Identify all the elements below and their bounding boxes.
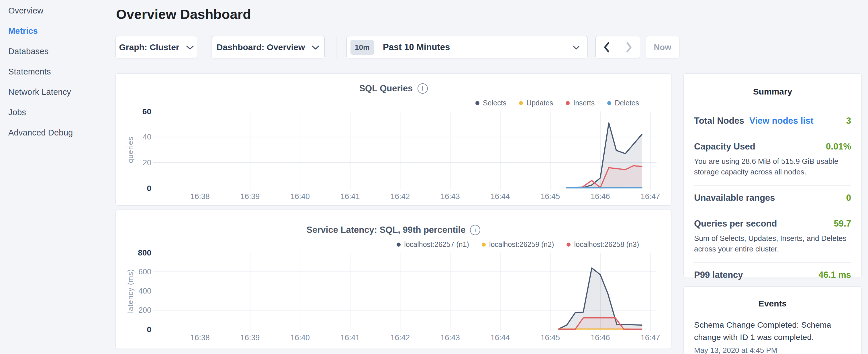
summary-row-value: 3	[846, 116, 851, 126]
legend-label: Selects	[483, 99, 506, 107]
summary-row-note: You are using 28.6 MiB of 515.9 GiB usab…	[694, 156, 851, 177]
sql-queries-chart: 16:3816:3916:4016:4116:4216:4316:4416:45…	[126, 107, 671, 203]
legend-dot-icon	[566, 243, 570, 247]
svg-text:400: 400	[138, 287, 151, 295]
svg-text:16:47: 16:47	[641, 333, 660, 342]
svg-text:16:38: 16:38	[190, 192, 210, 201]
svg-text:16:44: 16:44	[491, 333, 510, 342]
legend-dot-icon	[482, 243, 486, 247]
svg-text:16:46: 16:46	[591, 192, 610, 201]
svg-text:16:44: 16:44	[491, 192, 510, 201]
summary-title: Summary	[694, 87, 851, 97]
legend-label: localhost:26257 (n1)	[404, 240, 469, 249]
chevron-down-icon	[186, 45, 194, 50]
time-prev-button[interactable]	[596, 36, 618, 58]
svg-text:600: 600	[138, 267, 151, 276]
legend-label: Deletes	[615, 99, 639, 107]
svg-text:16:43: 16:43	[440, 333, 460, 342]
chevron-down-icon	[573, 46, 580, 50]
time-range-badge: 10m	[350, 40, 374, 55]
toolbar: Graph: Cluster Dashboard: Overview 10m P…	[116, 36, 679, 58]
summary-panel: Summary Total NodesView nodes list3Capac…	[683, 73, 862, 278]
svg-text:16:47: 16:47	[641, 192, 660, 201]
legend-item[interactable]: localhost:26258 (n3)	[566, 240, 639, 249]
sidebar-item-network-latency[interactable]: Network Latency	[0, 82, 116, 102]
chart-title: SQL Queries	[359, 83, 413, 94]
sidebar-item-metrics[interactable]: Metrics	[0, 21, 116, 41]
chevron-left-icon	[603, 42, 610, 53]
svg-text:800: 800	[138, 248, 151, 257]
summary-row: Capacity Used0.01%You are using 28.6 MiB…	[694, 134, 851, 186]
time-next-button[interactable]	[618, 36, 640, 58]
graph-selector-dropdown[interactable]: Graph: Cluster	[116, 36, 197, 58]
legend-item[interactable]: localhost:26257 (n1)	[397, 240, 469, 249]
summary-row: Queries per second59.7Sum of Selects, Up…	[694, 212, 851, 263]
summary-row-value: 0	[846, 193, 851, 203]
legend-dot-icon	[519, 101, 523, 105]
svg-text:16:40: 16:40	[290, 333, 310, 342]
chart-legend: SelectsUpdatesInsertsDeletes	[475, 99, 639, 107]
summary-row-note: Sum of Selects, Updates, Inserts, and De…	[694, 233, 851, 254]
svg-text:200: 200	[138, 306, 151, 315]
sidebar-item-overview[interactable]: Overview	[0, 1, 116, 21]
legend-item[interactable]: Selects	[475, 99, 506, 107]
svg-text:16:43: 16:43	[440, 192, 460, 201]
legend-item[interactable]: Inserts	[566, 99, 595, 107]
events-panel: Events Schema Change Completed: Schema c…	[683, 286, 862, 354]
sidebar: OverviewMetricsDatabasesStatementsNetwor…	[0, 0, 116, 354]
now-button[interactable]: Now	[646, 36, 679, 58]
dashboard-selector-label: Dashboard: Overview	[217, 42, 305, 52]
event-timestamp: May 13, 2020 at 4:45 PM	[694, 346, 851, 354]
sql-queries-chart-card: SQL Queries i SelectsUpdatesInsertsDelet…	[116, 73, 672, 206]
chart-title: Service Latency: SQL, 99th percentile	[307, 225, 466, 235]
page-title: Overview Dashboard	[116, 6, 251, 22]
summary-row: P99 latency46.1 ms	[694, 263, 851, 288]
summary-row-value: 46.1 ms	[818, 270, 851, 280]
sidebar-item-advanced-debug[interactable]: Advanced Debug	[0, 123, 116, 143]
svg-text:16:45: 16:45	[540, 333, 560, 342]
service-latency-chart-card: Service Latency: SQL, 99th percentile i …	[116, 210, 672, 349]
dashboard-selector-dropdown[interactable]: Dashboard: Overview	[211, 36, 325, 58]
graph-selector-label: Graph: Cluster	[119, 42, 179, 52]
time-range-picker[interactable]: 10m Past 10 Minutes	[346, 36, 588, 58]
sidebar-item-jobs[interactable]: Jobs	[0, 102, 116, 123]
main-content: Overview Dashboard Graph: Cluster Dashbo…	[116, 0, 672, 354]
summary-row: Unavailable ranges0	[694, 186, 851, 212]
legend-item[interactable]: localhost:26259 (n2)	[482, 240, 554, 249]
toolbar-divider	[336, 36, 336, 58]
info-icon[interactable]: i	[417, 83, 428, 94]
legend-label: Updates	[526, 99, 553, 107]
view-nodes-list-link[interactable]: View nodes list	[749, 116, 813, 126]
svg-text:latency (ms): latency (ms)	[126, 269, 135, 313]
info-icon[interactable]: i	[470, 225, 480, 235]
event-item: Schema Change Completed: Schema change w…	[694, 319, 851, 344]
legend-item[interactable]: Updates	[519, 99, 553, 107]
svg-text:16:40: 16:40	[290, 192, 310, 201]
sidebar-item-statements[interactable]: Statements	[0, 62, 116, 82]
legend-label: localhost:26258 (n3)	[574, 240, 639, 249]
svg-text:16:42: 16:42	[391, 192, 410, 201]
svg-text:40: 40	[143, 133, 151, 141]
svg-text:16:38: 16:38	[190, 333, 210, 342]
time-pager	[595, 36, 640, 58]
svg-text:0: 0	[147, 325, 151, 334]
legend-label: localhost:26259 (n2)	[489, 240, 554, 249]
svg-text:16:45: 16:45	[540, 192, 560, 201]
svg-text:20: 20	[143, 158, 151, 167]
legend-label: Inserts	[573, 99, 595, 107]
summary-row-label: P99 latency	[694, 270, 743, 280]
sidebar-item-databases[interactable]: Databases	[0, 41, 116, 62]
svg-text:0: 0	[147, 184, 151, 193]
svg-text:16:39: 16:39	[241, 192, 260, 201]
chart-legend: localhost:26257 (n1)localhost:26259 (n2)…	[397, 240, 639, 249]
legend-item[interactable]: Deletes	[607, 99, 639, 107]
summary-row-value: 0.01%	[826, 141, 851, 152]
summary-row-value: 59.7	[834, 219, 851, 229]
svg-text:16:42: 16:42	[391, 333, 410, 342]
svg-text:16:46: 16:46	[591, 333, 610, 342]
chevron-right-icon	[626, 42, 632, 53]
legend-dot-icon	[607, 101, 611, 105]
legend-dot-icon	[566, 101, 570, 105]
now-button-label: Now	[654, 43, 671, 52]
summary-row-label: Capacity Used	[694, 141, 755, 152]
